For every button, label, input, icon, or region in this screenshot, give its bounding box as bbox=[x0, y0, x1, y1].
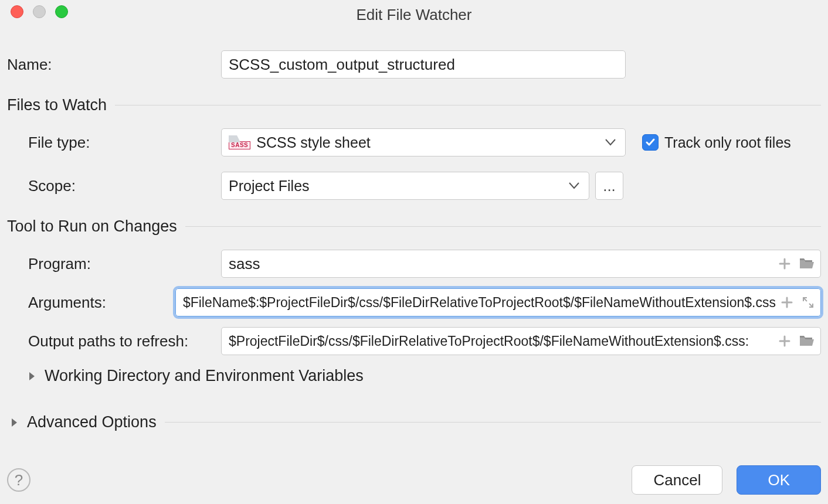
arguments-input[interactable]: $FileName$:$ProjectFileDir$/css/$FileDir… bbox=[175, 288, 821, 316]
tool-to-run-label: Tool to Run on Changes bbox=[7, 217, 177, 236]
browse-folder-icon[interactable] bbox=[799, 257, 815, 270]
ellipsis-icon: ... bbox=[603, 177, 616, 195]
name-input[interactable]: SCSS_custom_output_structured bbox=[221, 50, 626, 79]
scope-value: Project Files bbox=[229, 178, 310, 195]
output-paths-value: $ProjectFileDir$/css/$FileDirRelativeToP… bbox=[229, 333, 773, 349]
dialog-window: Edit File Watcher Name: SCSS_custom_outp… bbox=[0, 0, 828, 504]
minimize-window-button[interactable] bbox=[33, 5, 46, 18]
chevron-down-icon bbox=[605, 139, 618, 146]
arguments-value: $FileName$:$ProjectFileDir$/css/$FileDir… bbox=[183, 295, 776, 311]
tool-to-run-section: Tool to Run on Changes bbox=[7, 217, 821, 236]
name-label: Name: bbox=[7, 56, 221, 74]
advanced-options-toggle[interactable]: Advanced Options bbox=[7, 413, 821, 431]
section-divider bbox=[165, 422, 821, 423]
cancel-button[interactable]: Cancel bbox=[632, 465, 722, 495]
cancel-button-label: Cancel bbox=[653, 471, 701, 489]
window-title: Edit File Watcher bbox=[0, 6, 828, 24]
file-type-label: File type: bbox=[7, 134, 221, 152]
chevron-right-icon bbox=[11, 417, 19, 428]
track-root-checkbox[interactable] bbox=[642, 134, 659, 151]
ok-button[interactable]: OK bbox=[737, 465, 821, 495]
file-type-value: SCSS style sheet bbox=[256, 134, 371, 151]
chevron-right-icon bbox=[28, 371, 36, 382]
insert-macro-icon[interactable] bbox=[778, 335, 791, 348]
expand-icon[interactable] bbox=[802, 296, 815, 309]
program-value: sass bbox=[229, 255, 773, 273]
working-dir-env-label: Working Directory and Environment Variab… bbox=[45, 367, 364, 385]
files-to-watch-section: Files to Watch bbox=[7, 96, 821, 114]
window-controls bbox=[0, 5, 68, 18]
sass-icon: SASS bbox=[229, 135, 250, 149]
scope-browse-button[interactable]: ... bbox=[595, 172, 623, 200]
track-root-label: Track only root files bbox=[664, 134, 791, 151]
section-divider bbox=[115, 105, 821, 105]
chevron-down-icon bbox=[569, 182, 582, 189]
browse-folder-icon[interactable] bbox=[799, 335, 815, 348]
output-paths-label: Output paths to refresh: bbox=[7, 332, 221, 350]
file-type-dropdown[interactable]: SASS SCSS style sheet bbox=[221, 128, 626, 156]
dialog-footer: ? Cancel OK bbox=[7, 465, 821, 495]
section-divider bbox=[185, 226, 821, 227]
titlebar: Edit File Watcher bbox=[0, 0, 828, 23]
insert-macro-icon[interactable] bbox=[781, 296, 793, 309]
output-paths-input[interactable]: $ProjectFileDir$/css/$FileDirRelativeToP… bbox=[221, 327, 821, 355]
scope-dropdown[interactable]: Project Files bbox=[221, 172, 589, 200]
help-button[interactable]: ? bbox=[7, 468, 30, 492]
close-window-button[interactable] bbox=[11, 5, 23, 18]
files-to-watch-label: Files to Watch bbox=[7, 96, 107, 114]
dialog-content: Name: SCSS_custom_output_structured File… bbox=[0, 23, 828, 431]
advanced-options-label: Advanced Options bbox=[27, 413, 157, 431]
help-icon: ? bbox=[15, 471, 23, 489]
name-input-value: SCSS_custom_output_structured bbox=[229, 56, 455, 74]
ok-button-label: OK bbox=[768, 471, 790, 489]
scope-label: Scope: bbox=[7, 177, 221, 195]
working-dir-env-toggle[interactable]: Working Directory and Environment Variab… bbox=[7, 367, 821, 385]
zoom-window-button[interactable] bbox=[55, 5, 68, 18]
arguments-label: Arguments: bbox=[7, 294, 175, 312]
program-label: Program: bbox=[7, 255, 221, 273]
insert-macro-icon[interactable] bbox=[778, 257, 791, 270]
program-input[interactable]: sass bbox=[221, 250, 821, 278]
